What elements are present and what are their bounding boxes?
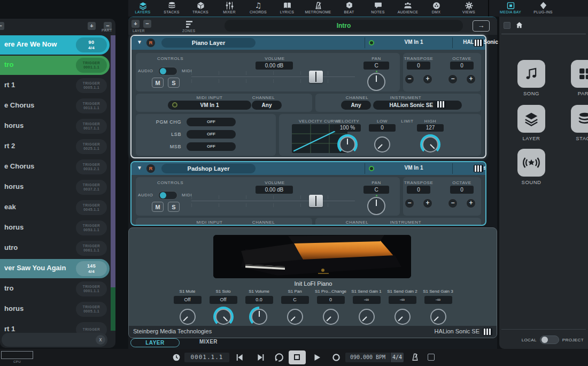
media-tile-stack[interactable] bbox=[571, 105, 588, 133]
setlist-item[interactable]: tro TRIGGER 0001.1.1 bbox=[0, 279, 115, 299]
local-project-toggle[interactable] bbox=[540, 336, 559, 344]
high-value[interactable]: 127 bbox=[417, 124, 444, 132]
solo-button[interactable]: S bbox=[168, 78, 180, 88]
play-button[interactable] bbox=[312, 353, 322, 364]
setlist-filter-bar[interactable]: x bbox=[2, 333, 107, 347]
octave-plus-button[interactable]: + bbox=[466, 74, 476, 84]
setlist-item[interactable]: horus TRIGGER 0053.1.1 bbox=[0, 218, 115, 238]
open-instrument-editor-icon[interactable] bbox=[474, 165, 483, 172]
setlist-item[interactable]: utro TRIGGER 0061.1.1 bbox=[0, 239, 115, 258]
transpose-plus-button[interactable]: + bbox=[423, 199, 432, 208]
msb-value[interactable]: OFF bbox=[187, 142, 236, 151]
remove-song-button[interactable]: − bbox=[0, 22, 4, 30]
setlist-item[interactable]: rt 1 TRIGGER 0005.1.1 bbox=[0, 76, 115, 95]
precount-checkbox[interactable] bbox=[428, 354, 435, 361]
param-value[interactable]: Off bbox=[174, 296, 202, 304]
instrument-channel-select[interactable]: Any bbox=[341, 101, 371, 110]
tab-layer[interactable]: LAYER bbox=[130, 338, 180, 347]
stop-button[interactable] bbox=[289, 350, 306, 364]
mute-button[interactable]: M bbox=[152, 202, 164, 212]
setlist-item[interactable]: ver Saw You Again 145 4/4 bbox=[0, 259, 110, 278]
tempo-display[interactable]: 090.000 BPM bbox=[345, 353, 390, 362]
param-value[interactable]: Off bbox=[210, 296, 237, 304]
pan-value[interactable]: C bbox=[363, 186, 389, 194]
time-display[interactable]: 0001.1.1 bbox=[184, 353, 229, 362]
add-part-button[interactable]: + bbox=[88, 22, 96, 30]
media-tile-sound[interactable] bbox=[517, 149, 545, 177]
keys-icon[interactable] bbox=[483, 328, 492, 336]
pgm-chg-value[interactable]: OFF bbox=[187, 118, 236, 126]
octave-value[interactable]: 0 bbox=[450, 62, 474, 70]
volume-slider-handle[interactable] bbox=[309, 195, 323, 207]
transpose-minus-button[interactable]: − bbox=[405, 199, 414, 208]
param-knob[interactable] bbox=[430, 309, 446, 325]
open-instrument-editor-icon[interactable] bbox=[474, 39, 483, 47]
pan-value[interactable]: C bbox=[363, 62, 389, 70]
time-signature-display[interactable]: 4/4 bbox=[391, 353, 404, 362]
record-arm-button[interactable]: R bbox=[146, 164, 155, 173]
setlist-item[interactable]: tro TRIGGER 0001.1.1 bbox=[0, 56, 110, 75]
velocity-knob[interactable] bbox=[339, 136, 355, 152]
velocity-value[interactable]: 100 % bbox=[334, 124, 361, 132]
setlist-item[interactable]: eak TRIGGER 0045.1.1 bbox=[0, 198, 115, 217]
current-part-display[interactable]: Intro bbox=[225, 20, 463, 32]
pan-knob[interactable] bbox=[367, 73, 385, 91]
transpose-value[interactable]: 0 bbox=[407, 186, 430, 194]
param-value[interactable]: 0.0 bbox=[245, 296, 273, 304]
octave-value[interactable]: 0 bbox=[450, 186, 474, 194]
remove-layer-button[interactable]: − bbox=[143, 20, 151, 28]
volume-slider-handle[interactable] bbox=[309, 71, 323, 83]
octave-plus-button[interactable]: + bbox=[466, 199, 476, 208]
tab-audience[interactable]: AUDIENCE bbox=[392, 0, 423, 17]
setlist-item[interactable]: horus TRIGGER 0005.1.1 bbox=[0, 300, 115, 319]
next-part-button[interactable]: → bbox=[473, 20, 490, 32]
audio-midi-toggle[interactable] bbox=[158, 191, 177, 200]
add-layer-button[interactable]: + bbox=[131, 20, 140, 28]
skip-back-button[interactable] bbox=[234, 353, 245, 364]
tab-mixer[interactable]: MIXER bbox=[215, 0, 244, 17]
media-tile-part[interactable] bbox=[571, 60, 588, 88]
transpose-minus-button[interactable]: − bbox=[405, 74, 414, 84]
instrument-select[interactable]: HALion Sonic SE bbox=[373, 101, 462, 110]
tab-media-bay[interactable]: MEDIA BAY bbox=[493, 0, 528, 17]
collapse-icon[interactable]: ▼ bbox=[137, 39, 142, 45]
volume-slider[interactable] bbox=[191, 70, 355, 84]
octave-minus-button[interactable]: − bbox=[448, 74, 458, 84]
tab-views[interactable]: VIEWS bbox=[454, 0, 484, 17]
tab-metronome[interactable]: METRONOME bbox=[301, 0, 335, 17]
low-value[interactable]: 0 bbox=[369, 124, 396, 132]
param-value[interactable]: -∞ bbox=[424, 296, 452, 304]
octave-minus-button[interactable]: − bbox=[448, 199, 458, 208]
param-value[interactable]: 0 bbox=[317, 296, 345, 304]
collapse-icon[interactable]: ▼ bbox=[137, 165, 142, 171]
media-tile-layer[interactable] bbox=[517, 105, 545, 133]
lsb-value[interactable]: OFF bbox=[187, 130, 236, 139]
low-knob[interactable] bbox=[374, 136, 390, 152]
volume-slider[interactable] bbox=[191, 194, 355, 208]
record-arm-button[interactable]: R bbox=[146, 39, 155, 47]
param-knob[interactable] bbox=[215, 309, 231, 325]
setlist-item[interactable]: e Chorus TRIGGER 0033.2.1 bbox=[0, 157, 115, 177]
volume-value[interactable]: 0.00 dB bbox=[256, 186, 293, 194]
midi-input-select[interactable]: VM In 1 bbox=[168, 101, 251, 110]
tab-lyrics[interactable]: LYRICS bbox=[273, 0, 301, 17]
close-icon[interactable]: x bbox=[96, 335, 105, 345]
transpose-value[interactable]: 0 bbox=[407, 62, 430, 70]
param-knob[interactable] bbox=[359, 309, 375, 325]
tab-chords[interactable]: ♫ CHORDS bbox=[244, 0, 273, 17]
param-knob[interactable] bbox=[180, 309, 196, 325]
mute-button[interactable]: M bbox=[152, 78, 164, 88]
solo-button[interactable]: S bbox=[168, 202, 180, 212]
channel-select[interactable]: Any bbox=[252, 101, 282, 110]
high-knob[interactable] bbox=[422, 136, 438, 152]
setlist-item[interactable]: rt 2 TRIGGER 0025.1.1 bbox=[0, 137, 115, 156]
tab-plug-ins[interactable]: PLUG-INS bbox=[528, 0, 559, 17]
param-value[interactable]: -∞ bbox=[353, 296, 381, 304]
midi-port-select[interactable]: VM In 1 bbox=[376, 39, 451, 45]
tab-stacks[interactable]: STACKS bbox=[157, 0, 186, 17]
cycle-button[interactable] bbox=[274, 352, 284, 365]
tab-beat[interactable]: BEAT bbox=[335, 0, 363, 17]
home-icon[interactable] bbox=[515, 21, 523, 31]
param-knob[interactable] bbox=[323, 309, 339, 325]
tab-dmx[interactable]: DMX bbox=[423, 0, 449, 17]
